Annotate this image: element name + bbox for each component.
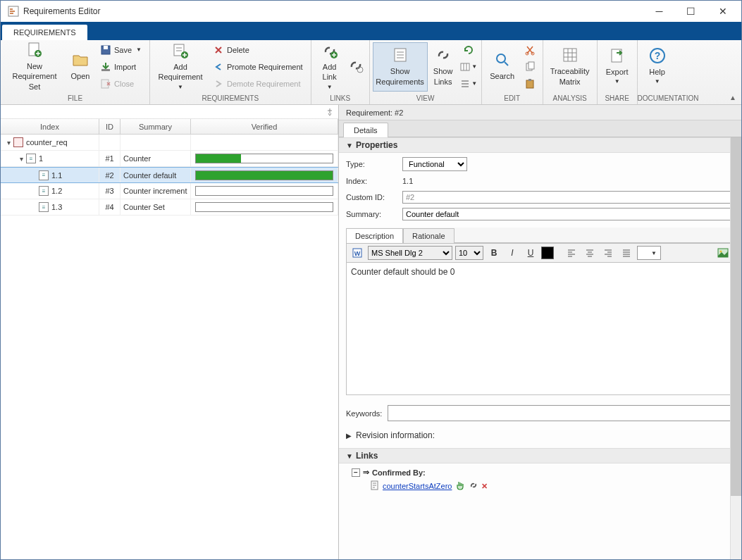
tab-description[interactable]: Description — [346, 228, 403, 243]
demote-button[interactable]: Demote Requirement — [208, 76, 308, 92]
section-properties-header[interactable]: ▼ Properties — [339, 137, 741, 153]
group-label-doc: DOCUMENTATION — [638, 93, 699, 104]
index-label: Index: — [346, 177, 398, 185]
delete-link-icon[interactable]: ✕ — [481, 482, 488, 491]
align-right-button[interactable] — [600, 246, 616, 260]
svg-point-13 — [497, 54, 505, 63]
style-select[interactable]: ▼ — [637, 246, 661, 260]
align-center-button[interactable] — [582, 246, 598, 260]
cell-summary: Counter — [120, 151, 191, 166]
col-verified[interactable]: Verified — [191, 119, 338, 134]
traceability-matrix-button[interactable]: Traceability Matrix — [546, 42, 594, 92]
collapse-ribbon-button[interactable]: ▲ — [727, 92, 738, 103]
tree-row[interactable]: ▾≡1#1Counter — [1, 151, 338, 167]
col-id[interactable]: ID — [99, 119, 120, 134]
word-doc-button[interactable]: W — [350, 246, 365, 260]
svg-rect-17 — [528, 62, 534, 69]
export-button[interactable]: Export ▼ — [600, 42, 634, 92]
group-label-view: VIEW — [370, 93, 481, 104]
tree-row[interactable]: ▾counter_req — [1, 135, 338, 151]
font-select[interactable]: MS Shell Dlg 2 — [368, 246, 452, 260]
tab-details[interactable]: Details — [343, 123, 388, 137]
summary-label: Summary: — [346, 210, 398, 218]
section-links-header[interactable]: ▼ Links — [339, 448, 741, 463]
verify-bar — [195, 170, 333, 180]
add-requirement-button[interactable]: Add Requirement ▼ — [153, 42, 208, 92]
cell-verified — [191, 135, 338, 150]
import-icon — [100, 61, 111, 73]
italic-button[interactable]: I — [505, 246, 520, 260]
save-button[interactable]: Save ▼ — [95, 42, 147, 58]
group-label-file: FILE — [1, 93, 149, 104]
text-color-button[interactable] — [541, 247, 554, 259]
group-label-edit: EDIT — [482, 93, 543, 104]
save-icon — [100, 44, 111, 56]
refresh-button[interactable] — [459, 42, 478, 58]
underline-button[interactable]: U — [523, 246, 538, 260]
tree-row[interactable]: ≡1.1#2Counter default — [1, 167, 338, 183]
link-chain-icon[interactable] — [469, 480, 478, 492]
link-item: counterStartsAtZero ✕ — [370, 480, 731, 492]
new-requirement-set-button[interactable]: New Requirement Set — [4, 42, 66, 92]
svg-text:W: W — [354, 250, 361, 257]
delete-button[interactable]: Delete — [208, 42, 308, 58]
collapse-box-icon[interactable]: − — [352, 468, 360, 477]
close-button[interactable]: ✕ — [707, 1, 738, 21]
summary-input[interactable] — [402, 208, 734, 220]
list-view-button[interactable]: ▼ — [459, 76, 478, 92]
confirmed-by-header[interactable]: − ⇒ Confirmed By: — [352, 468, 731, 477]
ribbon-tabstrip: REQUIREMENTS — [1, 22, 741, 40]
bold-button[interactable]: B — [486, 246, 502, 260]
cut-button[interactable] — [520, 42, 540, 58]
col-index[interactable]: Index — [1, 119, 99, 134]
link-anchor[interactable]: counterStartsAtZero — [383, 482, 452, 490]
group-file: New Requirement Set Open Save ▼ Import — [1, 40, 150, 104]
col-summary[interactable]: Summary — [120, 119, 191, 134]
customid-input[interactable] — [402, 191, 734, 204]
verify-bar — [195, 202, 333, 212]
keywords-input[interactable] — [388, 405, 734, 421]
help-button[interactable]: ? Help ▼ — [641, 42, 674, 92]
pin-icon[interactable] — [326, 108, 334, 116]
svg-text:?: ? — [654, 50, 660, 61]
description-editor[interactable]: Counter default should be 0 — [346, 263, 734, 395]
revision-info-header[interactable]: ▶ Revision information: — [339, 428, 741, 442]
arrow-right-icon: ⇒ — [363, 468, 369, 477]
caret-down-icon: ▼ — [614, 78, 620, 85]
font-size-select[interactable]: 10 — [455, 246, 483, 260]
cell-summary: Counter default — [120, 168, 191, 182]
open-button[interactable]: Open — [66, 42, 95, 92]
show-links-button[interactable]: Show Links — [428, 42, 459, 92]
link-settings-button[interactable] — [345, 42, 366, 92]
promote-button[interactable]: Promote Requirement — [208, 59, 308, 75]
caret-down-icon: ▼ — [346, 452, 356, 460]
align-justify-button[interactable] — [619, 246, 634, 260]
maximize-button[interactable]: ☐ — [675, 1, 707, 21]
insert-image-button[interactable] — [715, 246, 731, 260]
close-file-button[interactable]: Close — [95, 76, 147, 92]
search-button[interactable]: Search — [485, 42, 520, 92]
columns-button[interactable]: ▼ — [459, 59, 478, 75]
caret-down-icon: ▼ — [346, 142, 356, 149]
chevron-down-icon[interactable]: ▾ — [16, 155, 26, 163]
ribbon: New Requirement Set Open Save ▼ Import — [1, 40, 741, 105]
add-link-button[interactable]: Add Link ▼ — [314, 42, 345, 92]
chevron-down-icon[interactable]: ▾ — [4, 139, 13, 147]
tree-row[interactable]: ≡1.2#3Counter increment — [1, 183, 338, 199]
group-links: Add Link ▼ LINKS — [311, 40, 370, 104]
group-requirements: Add Requirement ▼ Delete Promote Require… — [150, 40, 311, 104]
minimize-button[interactable]: ─ — [643, 1, 675, 21]
tab-requirements[interactable]: REQUIREMENTS — [2, 25, 87, 40]
type-select[interactable]: Functional — [402, 157, 467, 171]
cell-summary: Counter Set — [120, 199, 191, 215]
import-button[interactable]: Import — [95, 59, 147, 75]
show-requirements-button[interactable]: Show Requirements — [373, 42, 428, 92]
tree-row[interactable]: ≡1.3#4Counter Set — [1, 199, 338, 216]
cell-verified — [191, 168, 338, 182]
paste-button[interactable] — [520, 76, 540, 92]
caret-down-icon: ▼ — [136, 46, 142, 53]
align-left-button[interactable] — [564, 246, 579, 260]
copy-button[interactable] — [520, 59, 540, 75]
right-scrollbar[interactable] — [730, 137, 741, 559]
tab-rationale[interactable]: Rationale — [403, 228, 454, 243]
